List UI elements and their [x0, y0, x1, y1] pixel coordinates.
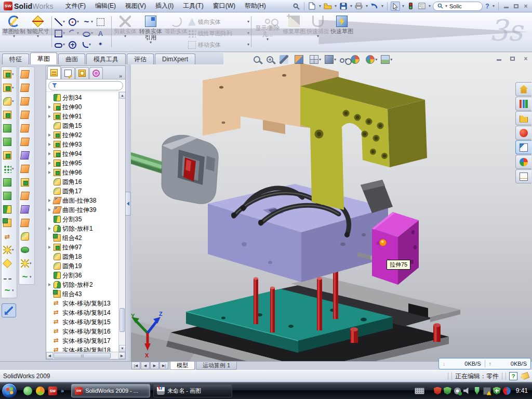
ribbon-tab[interactable]: 评估	[127, 54, 154, 64]
menu-item[interactable]: 帮助(H)	[240, 0, 271, 12]
dome-icon[interactable]: ▾	[21, 245, 33, 255]
reference-geometry-2-icon[interactable]: ▾	[21, 259, 33, 268]
lofted-surface-icon[interactable]: ▾	[21, 110, 33, 119]
mirror-entities-button[interactable]: 镜向实体 ▾	[188, 17, 249, 26]
document-tab[interactable]: 模型	[170, 362, 195, 370]
expand-arrow-icon[interactable]	[47, 320, 52, 325]
swept-boss-icon[interactable]: ▾	[3, 110, 15, 119]
planar-surface-icon[interactable]: ▾	[21, 137, 33, 147]
curve-icon[interactable]: ▾	[3, 286, 15, 295]
doc-close-button[interactable]: ×	[522, 55, 530, 62]
display-style-icon[interactable]: ▾	[325, 55, 336, 64]
undo-icon[interactable]	[370, 2, 379, 11]
expand-arrow-icon[interactable]	[47, 189, 52, 194]
zoom-to-area-icon[interactable]: ▾	[267, 56, 276, 63]
messenger-tray-icon[interactable]	[503, 387, 511, 395]
select-tool-icon[interactable]	[391, 2, 400, 11]
offset-surface-icon[interactable]: ▾	[21, 151, 33, 160]
scroll-thumb[interactable]	[54, 353, 111, 358]
ribbon-tab[interactable]: DimXpert	[155, 54, 195, 64]
feature-tree-item[interactable]: 曲面-拉伸39	[46, 205, 119, 215]
expand-arrow-icon[interactable]	[47, 133, 52, 138]
expand-arrow-icon[interactable]	[47, 329, 52, 334]
menu-item[interactable]: 工具(T)	[178, 0, 208, 12]
taskbar-clock[interactable]: 9:41	[516, 387, 528, 394]
scroll-right-arrow[interactable]: ▶	[118, 352, 125, 359]
feature-tree-item[interactable]: 切除-放样2	[46, 280, 119, 289]
hide-show-items-icon[interactable]: ▾	[340, 56, 347, 63]
solidworks-forum-tab[interactable]	[515, 126, 531, 140]
tree-filter-input[interactable]	[48, 81, 123, 90]
feature-tree-item[interactable]: 圆角19	[46, 261, 119, 271]
solidworks-resources-tab[interactable]	[515, 82, 531, 96]
feature-tree-item[interactable]: 实体-移动/复制15	[46, 317, 119, 327]
updater-tray-icon[interactable]	[454, 387, 461, 395]
first-tab-button[interactable]: |◀	[131, 362, 140, 369]
taskbar-button-paint[interactable]: 未命名 - 画图	[153, 384, 232, 397]
feature-tree-item[interactable]: 切除-放样1	[46, 224, 119, 233]
feature-tree-item[interactable]: 拉伸93	[46, 140, 119, 149]
expand-arrow-icon[interactable]	[47, 245, 52, 250]
dropdown-caret[interactable]: ▾	[335, 4, 337, 8]
restore-button[interactable]	[512, 3, 520, 10]
expand-arrow-icon[interactable]	[47, 301, 52, 306]
apply-scene-icon[interactable]: ▾	[366, 55, 377, 64]
shell-icon[interactable]: ▾	[3, 205, 15, 214]
feature-tree-item[interactable]: 拉伸96	[46, 168, 119, 177]
taskbar-button-solidworks[interactable]: SW SolidWorks 2009 - ...	[71, 384, 150, 397]
last-tab-button[interactable]: ▶|	[159, 362, 168, 369]
security-alert-tray-icon[interactable]	[434, 387, 442, 395]
expand-arrow-icon[interactable]	[47, 142, 52, 147]
slot-icon[interactable]: ▾	[54, 39, 68, 50]
expand-arrow-icon[interactable]	[47, 283, 52, 287]
swept-surface-icon[interactable]: ▾	[21, 97, 33, 106]
plane-icon[interactable]: ▾	[3, 259, 15, 268]
measure-tool-button[interactable]	[2, 303, 16, 317]
view-orientation-icon[interactable]: ▾	[310, 55, 321, 64]
expand-arrow-icon[interactable]	[47, 161, 52, 166]
linear-pattern-icon[interactable]: ▾	[3, 164, 15, 174]
expand-arrow-icon[interactable]	[47, 114, 52, 119]
revolved-surface-icon[interactable]: ▾	[21, 83, 33, 92]
search-input[interactable]: Solic	[449, 3, 462, 9]
print-icon[interactable]	[354, 2, 364, 11]
panel-splitter[interactable]	[126, 52, 131, 361]
feature-tree-item[interactable]: 拉伸94	[46, 149, 119, 158]
feature-tree-item[interactable]: 实体-移动/复制14	[46, 308, 119, 317]
graphics-viewport[interactable]: Y Z X	[131, 52, 532, 361]
expand-arrow-icon[interactable]	[47, 198, 52, 203]
design-library-tab[interactable]	[515, 97, 531, 111]
volume-tray-icon[interactable]	[463, 387, 471, 395]
boundary-surface-icon[interactable]: ▾	[21, 124, 33, 133]
feature-tree-item[interactable]: 拉伸97	[46, 243, 119, 252]
polygon-icon[interactable]: ▾	[68, 39, 82, 50]
thicken-icon[interactable]: ▾	[21, 218, 33, 228]
feature-tree-item[interactable]: 实体-移动/复制17	[46, 336, 119, 345]
next-tab-button[interactable]: ▶	[150, 362, 159, 369]
sketch-fillet-icon[interactable]: ▾	[82, 39, 96, 50]
expand-arrow-icon[interactable]	[47, 124, 52, 128]
edit-appearance-icon[interactable]: ▾	[351, 55, 362, 64]
extruded-cut-icon[interactable]: ▾	[3, 137, 15, 147]
rib-icon[interactable]: ▾	[3, 178, 15, 187]
expand-arrow-icon[interactable]	[47, 311, 52, 315]
expand-arrow-icon[interactable]	[47, 217, 52, 222]
expand-arrow-icon[interactable]	[47, 292, 52, 297]
feature-tree-item[interactable]: 圆角18	[46, 252, 119, 261]
feature-tree-item[interactable]: 实体-移动/复制16	[46, 327, 119, 336]
feature-tree-item[interactable]: 圆角16	[46, 177, 119, 187]
feature-tree-item[interactable]: 拉伸90	[46, 102, 119, 112]
extend-surface-icon[interactable]: ▾	[21, 205, 33, 214]
close-button[interactable]: ×	[522, 3, 530, 10]
scroll-up-arrow[interactable]: ▲	[119, 92, 126, 99]
dropdown-caret[interactable]: ▾	[429, 4, 431, 8]
collapse-panel-button[interactable]	[126, 192, 131, 216]
feature-tree-item[interactable]: 分割35	[46, 215, 119, 224]
axis-icon[interactable]: ▾	[4, 272, 15, 282]
part-nozzle-assembly[interactable]	[131, 135, 218, 204]
expand-arrow-icon[interactable]	[47, 208, 52, 212]
tree-horizontal-scrollbar[interactable]: ◀ ▶	[46, 352, 125, 359]
menu-item[interactable]: 文件(F)	[61, 0, 90, 12]
reference-geometry-icon[interactable]: ▾	[3, 245, 15, 255]
options-icon[interactable]	[417, 2, 427, 11]
